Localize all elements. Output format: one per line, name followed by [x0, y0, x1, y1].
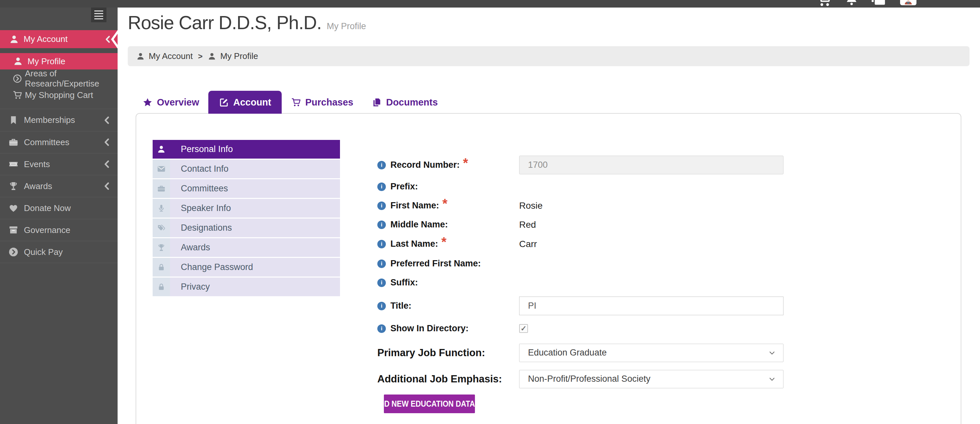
field-control — [519, 254, 783, 273]
sidebar-item-label: My Profile — [27, 56, 65, 67]
submenu-item-speaker-info[interactable]: Speaker Info — [153, 199, 340, 218]
tab-overview[interactable]: Overview — [143, 97, 199, 108]
field-label: Suffix: — [390, 277, 418, 288]
field-label-group: iPreferred First Name: — [377, 254, 481, 273]
sidebar-item-areas-of-research-expertise[interactable]: Areas of Research/Expertise — [0, 70, 118, 87]
form-row-primary-job-function: Primary Job Function:Education Graduate — [377, 343, 783, 362]
sidebar-item-label: Committees — [24, 137, 70, 147]
submenu-item-label: Awards — [170, 238, 210, 257]
sidebar: My AccountMy ProfileAreas of Research/Ex… — [0, 0, 118, 424]
breadcrumb-item-my-profile[interactable]: My Profile — [208, 51, 258, 61]
sidebar-item-awards[interactable]: Awards — [0, 175, 118, 197]
sidebar-item-label: My Shopping Cart — [25, 90, 93, 100]
page-subtitle: My Profile — [326, 21, 366, 32]
sidebar-item-label: Areas of Research/Expertise — [25, 69, 118, 89]
sidebar-item-quick-pay[interactable]: Quick Pay — [0, 241, 118, 263]
chevron-left-icon — [102, 137, 112, 147]
sidebar-item-label: Governance — [24, 225, 70, 235]
submenu-item-label: Contact Info — [170, 159, 229, 178]
hamburger-menu-icon[interactable] — [91, 8, 107, 22]
sidebar-item-memberships[interactable]: Memberships — [0, 109, 118, 131]
field-label: Middle Name: — [390, 220, 448, 230]
submenu-item-committees[interactable]: Committees — [153, 179, 340, 198]
field-control: Carr — [519, 234, 783, 253]
submenu-item-awards[interactable]: Awards — [153, 238, 340, 257]
sidebar-item-donate-now[interactable]: Donate Now — [0, 197, 118, 219]
info-icon[interactable]: i — [377, 183, 386, 191]
required-asterisk: * — [442, 234, 447, 249]
submenu-item-label: Designations — [170, 218, 232, 237]
sidebar-item-label: My Account — [24, 34, 67, 44]
submenu-item-designations[interactable]: Designations — [153, 218, 340, 237]
archive-icon — [8, 225, 19, 235]
chevron-down-icon — [768, 349, 776, 357]
cart-icon — [13, 90, 22, 100]
sidebar-item-my-profile[interactable]: My Profile — [0, 53, 118, 70]
tab-purchases[interactable]: Purchases — [291, 97, 353, 108]
show-in-directory-checkbox[interactable]: ✓ — [519, 324, 528, 333]
submenu-item-personal-info[interactable]: Personal Info — [153, 140, 340, 159]
info-icon[interactable]: i — [377, 302, 386, 310]
account-submenu: Personal InfoContact InfoCommitteesSpeak… — [153, 140, 340, 297]
trophy-icon — [8, 181, 19, 191]
breadcrumb-item-my-account[interactable]: My Account — [136, 51, 192, 61]
submenu-icon-cell — [153, 258, 170, 277]
primary-job-function-select[interactable]: Education Graduate — [519, 344, 783, 362]
form-row-first-name: iFirst Name:*Rosie — [377, 196, 783, 215]
person-icon — [13, 56, 23, 66]
title-input[interactable] — [519, 296, 783, 315]
sidebar-item-committees[interactable]: Committees — [0, 131, 118, 153]
breadcrumb-label: My Profile — [220, 51, 258, 61]
info-icon[interactable]: i — [377, 240, 386, 249]
tab-label: Overview — [157, 97, 199, 108]
chevron-left-icon — [102, 159, 112, 169]
mail-icon[interactable] — [870, 0, 886, 6]
bell-icon[interactable] — [845, 0, 859, 6]
field-control — [519, 273, 783, 292]
tab-label: Purchases — [305, 97, 353, 108]
submenu-item-label: Change Password — [170, 258, 253, 277]
sidebar-item-governance[interactable]: Governance — [0, 219, 118, 241]
field-control — [519, 296, 783, 315]
info-icon[interactable]: i — [377, 279, 386, 287]
person-icon — [208, 52, 216, 61]
info-icon[interactable]: i — [377, 161, 386, 169]
submenu-item-change-password[interactable]: Change Password — [153, 258, 340, 277]
info-icon[interactable]: i — [377, 220, 386, 229]
form-row-suffix: iSuffix: — [377, 273, 783, 292]
field-label-group: Primary Job Function: — [377, 343, 485, 362]
chevron-down-icon — [768, 375, 776, 383]
form-row-preferred-first-name: iPreferred First Name: — [377, 254, 783, 273]
field-control — [519, 177, 783, 196]
user-avatar[interactable] — [900, 0, 916, 5]
trophy-icon — [157, 243, 166, 252]
field-label-group: iRecord Number:* — [377, 156, 468, 174]
submenu-item-label: Committees — [170, 179, 228, 198]
first-name-value: Rosie — [519, 201, 543, 211]
shopping-cart-icon[interactable] — [816, 0, 832, 7]
sidebar-item-events[interactable]: Events — [0, 153, 118, 175]
plus-icon — [478, 400, 485, 408]
info-icon[interactable]: i — [377, 324, 386, 333]
last-name-value: Carr — [519, 239, 537, 249]
required-asterisk: * — [442, 196, 448, 211]
field-label: Title: — [390, 301, 411, 311]
lock-icon — [157, 282, 166, 291]
breadcrumb: My Account>My Profile — [128, 46, 969, 66]
tab-account[interactable]: Account — [208, 91, 282, 114]
tab-label: Documents — [386, 97, 438, 108]
documents-icon — [372, 97, 382, 107]
additional-job-emphasis-select[interactable]: Non-Profit/Professional Society — [519, 370, 783, 388]
sidebar-item-my-shopping-cart[interactable]: My Shopping Cart — [0, 87, 118, 103]
ticket-icon — [8, 159, 19, 169]
submenu-item-privacy[interactable]: Privacy — [153, 277, 340, 296]
person-icon — [9, 34, 19, 44]
sidebar-item-label: Awards — [24, 181, 52, 191]
tab-documents[interactable]: Documents — [372, 97, 438, 108]
add-new-education-data-button[interactable]: ADD NEW EDUCATION DATA — [384, 395, 475, 413]
submenu-item-contact-info[interactable]: Contact Info — [153, 159, 340, 178]
info-icon[interactable]: i — [377, 260, 386, 268]
selected-option: Education Graduate — [528, 347, 607, 358]
sidebar-item-my-account[interactable]: My Account — [0, 30, 118, 48]
info-icon[interactable]: i — [377, 201, 386, 210]
